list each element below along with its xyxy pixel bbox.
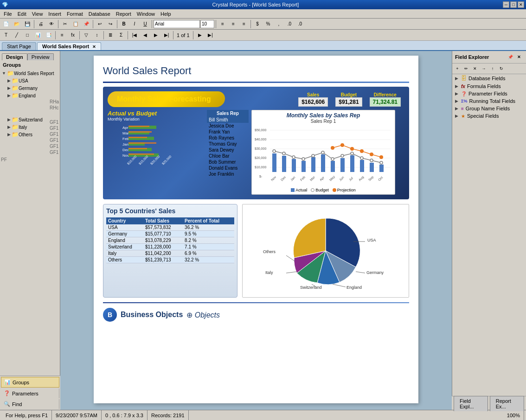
- tree-item-switzerland[interactable]: ▶ 📁 Switzerland: [0, 116, 50, 123]
- nav-prev-button[interactable]: ◀: [140, 31, 150, 40]
- menu-view[interactable]: View: [29, 10, 46, 18]
- menu-edit[interactable]: Edit: [15, 10, 29, 18]
- tab-preview[interactable]: Preview: [27, 53, 54, 60]
- close-button[interactable]: ✕: [518, 1, 524, 8]
- insert-line-button[interactable]: ╱: [12, 31, 22, 40]
- menu-database[interactable]: Database: [86, 10, 113, 18]
- fe-header-controls: 📌 ✕: [506, 53, 523, 61]
- insert-box-button[interactable]: □: [22, 31, 32, 40]
- percent-button[interactable]: %: [263, 19, 273, 29]
- fe-close-button[interactable]: ✕: [515, 53, 523, 61]
- be-tab-report[interactable]: Report Ex...: [490, 396, 524, 411]
- sr-item-4[interactable]: Thomas Gray: [207, 141, 249, 147]
- fe-item-database[interactable]: ▶ 🗄 Database Fields: [452, 74, 526, 83]
- fe-delete-button[interactable]: ✕: [471, 64, 479, 73]
- nav-next-button[interactable]: ▶: [151, 31, 161, 40]
- tree-item-world-sales[interactable]: ▼ 📁 World Sales Report: [0, 70, 60, 77]
- currency-button[interactable]: $: [252, 19, 263, 29]
- menu-help[interactable]: Help: [158, 10, 174, 18]
- fe-item-group-name[interactable]: ▶ ≡ Group Name Fields: [452, 105, 526, 112]
- nav-find[interactable]: 🔍 Find: [1, 399, 59, 409]
- menu-insert[interactable]: Insert: [45, 10, 64, 18]
- fe-item-special-fields[interactable]: ▶ ★ Special Fields: [452, 112, 526, 120]
- bold-button[interactable]: B: [119, 19, 129, 29]
- table-row: Switzerland $11,228,000 7.1 %: [106, 244, 234, 250]
- report-area[interactable]: World Sales Report Sales $162,606 Budget…: [60, 51, 452, 410]
- redo-button[interactable]: ↪: [105, 19, 115, 29]
- align-center-button[interactable]: ≡: [228, 19, 238, 29]
- menu-format[interactable]: Format: [64, 10, 86, 18]
- sr-item-6[interactable]: Chloe Bar: [207, 153, 249, 159]
- fe-item-parameter[interactable]: ▶ ❓ Parameter Fields: [452, 90, 526, 97]
- copy-button[interactable]: 📋: [71, 19, 81, 29]
- expand-icon-switzerland: ▶: [7, 117, 11, 122]
- insert-text-button[interactable]: T: [1, 31, 11, 40]
- fe-pin-button[interactable]: 📌: [506, 53, 514, 61]
- tree-item-others[interactable]: ▶ 📁 Others: [0, 131, 50, 138]
- tab-close-button[interactable]: ✕: [92, 45, 96, 49]
- tab-report[interactable]: World Sales Report ✕: [37, 42, 101, 50]
- restore-button[interactable]: □: [510, 1, 517, 8]
- fe-up-button[interactable]: ↑: [488, 64, 497, 73]
- menu-file[interactable]: File: [1, 10, 15, 18]
- undo-button[interactable]: ↩: [95, 19, 105, 29]
- align-left-button[interactable]: ≡: [218, 19, 228, 29]
- fe-item-formula[interactable]: ▶ fx Formula Fields: [452, 83, 526, 90]
- group-button[interactable]: ≣: [105, 31, 115, 40]
- preview-button[interactable]: 👁: [46, 19, 57, 29]
- fe-item-running-total[interactable]: ▶ Σ% Running Total Fields: [452, 97, 526, 105]
- nav-groups[interactable]: 📊 Groups: [1, 377, 59, 388]
- nav-parameters[interactable]: ❓ Parameters: [1, 388, 59, 398]
- sr-item-5[interactable]: Sara Dewey: [207, 147, 249, 153]
- tree-item-usa[interactable]: ▶ 📁 USA: [0, 77, 60, 84]
- tab-start[interactable]: Start Page: [2, 42, 36, 50]
- insert-subreport-button[interactable]: 📑: [44, 31, 54, 40]
- filter-button[interactable]: ▽: [81, 31, 91, 40]
- increase-decimal-button[interactable]: .0: [284, 19, 295, 29]
- paste-button[interactable]: 📌: [81, 19, 91, 29]
- sr-item-2[interactable]: Frank Yan: [207, 129, 249, 135]
- comma-button[interactable]: ,: [274, 19, 284, 29]
- menu-report[interactable]: Report: [113, 10, 134, 18]
- tree-item-italy[interactable]: ▶ 📁 Italy: [0, 123, 50, 131]
- nav-fwd-button[interactable]: ▶: [195, 31, 205, 40]
- underline-button[interactable]: U: [140, 19, 150, 29]
- fe-refresh-button[interactable]: ↻: [497, 64, 506, 73]
- sr-item-7[interactable]: Bob Summer: [207, 159, 249, 165]
- cut-button[interactable]: ✂: [60, 19, 70, 29]
- fe-edit-button[interactable]: ✏: [462, 64, 470, 73]
- sr-item-3[interactable]: Rob Raynes: [207, 135, 249, 141]
- tab-design[interactable]: Design: [2, 53, 27, 60]
- open-button[interactable]: 📂: [12, 19, 22, 29]
- tree-item-germany[interactable]: ▶ 📁 Germany: [0, 84, 60, 92]
- save-button[interactable]: 💾: [22, 19, 32, 29]
- label-gf1-2: GF1: [50, 126, 59, 131]
- sort-button[interactable]: ↕: [92, 31, 102, 40]
- nav-first-button[interactable]: |◀: [129, 31, 140, 40]
- fe-new-button[interactable]: +: [453, 64, 462, 73]
- tree-item-england[interactable]: ▶ 📁 England: [0, 92, 60, 99]
- field-button[interactable]: ≡: [57, 31, 67, 40]
- sr-item-9[interactable]: Joe Franklin: [207, 171, 249, 177]
- insert-chart-button[interactable]: 📊: [33, 31, 43, 40]
- nav-last-button[interactable]: ▶|: [161, 31, 172, 40]
- font-name-input[interactable]: [154, 20, 200, 28]
- fe-use-button[interactable]: →: [480, 64, 488, 73]
- sr-item-0[interactable]: Bill Smith: [207, 117, 249, 123]
- summary-button[interactable]: Σ: [116, 31, 126, 40]
- menu-window[interactable]: Window: [134, 10, 158, 18]
- font-size-input[interactable]: [200, 20, 214, 28]
- nav-end-button[interactable]: ▶|: [205, 31, 216, 40]
- sr-item-8[interactable]: Donald Evans: [207, 165, 249, 171]
- print-button[interactable]: 🖨: [36, 19, 46, 29]
- formula-button[interactable]: fx: [68, 31, 78, 40]
- new-button[interactable]: 📄: [1, 19, 11, 29]
- align-right-button[interactable]: ≡: [239, 19, 249, 29]
- separator-8: [55, 31, 56, 39]
- be-tab-field[interactable]: Field Expl...: [454, 396, 488, 411]
- sb-coords: 0 , 0.6 : 7.9 x 3.3: [102, 410, 148, 420]
- minimize-button[interactable]: ─: [503, 1, 509, 8]
- italic-button[interactable]: I: [129, 19, 140, 29]
- decrease-decimal-button[interactable]: .0: [295, 19, 305, 29]
- sr-item-1[interactable]: Jessica Doe: [207, 123, 249, 129]
